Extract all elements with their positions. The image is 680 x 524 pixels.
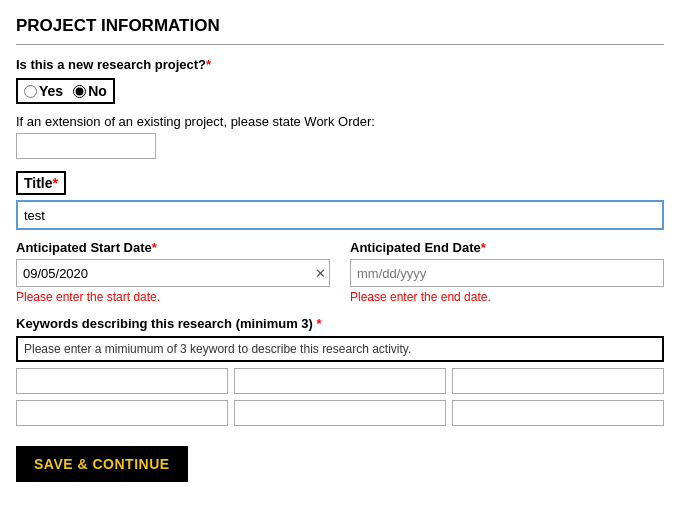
yes-label: Yes: [39, 83, 63, 99]
save-continue-button[interactable]: SAVE & CONTINUE: [16, 446, 188, 482]
start-date-clear-btn[interactable]: ✕: [315, 266, 326, 281]
title-section: Title*: [16, 171, 664, 230]
end-date-label: Anticipated End Date*: [350, 240, 664, 255]
no-radio[interactable]: [73, 85, 86, 98]
keyword-input-6[interactable]: [452, 400, 664, 426]
keywords-label: Keywords describing this research (minim…: [16, 316, 664, 331]
keyword-input-5[interactable]: [234, 400, 446, 426]
end-date-input[interactable]: [350, 259, 664, 287]
title-label-box: Title*: [16, 171, 66, 195]
start-date-label: Anticipated Start Date*: [16, 240, 330, 255]
keywords-grid: [16, 368, 664, 426]
keyword-input-3[interactable]: [452, 368, 664, 394]
no-radio-label[interactable]: No: [73, 83, 107, 99]
yes-radio-label[interactable]: Yes: [24, 83, 63, 99]
start-date-input[interactable]: [16, 259, 330, 287]
required-star-title: *: [53, 175, 58, 191]
keyword-input-2[interactable]: [234, 368, 446, 394]
yes-radio[interactable]: [24, 85, 37, 98]
end-date-wrapper: [350, 259, 664, 287]
keyword-input-1[interactable]: [16, 368, 228, 394]
work-order-label: If an extension of an existing project, …: [16, 114, 664, 129]
end-date-field: Anticipated End Date* Please enter the e…: [350, 240, 664, 304]
no-label: No: [88, 83, 107, 99]
new-project-radio-group: Yes No: [16, 78, 115, 104]
page-title: PROJECT INFORMATION: [16, 16, 664, 36]
keywords-section: Keywords describing this research (minim…: [16, 316, 664, 426]
work-order-section: If an extension of an existing project, …: [16, 114, 664, 159]
title-input[interactable]: [16, 200, 664, 230]
keywords-error-box: Please enter a mimiumum of 3 keyword to …: [16, 336, 664, 362]
title-label: Title: [24, 175, 53, 191]
dates-row: Anticipated Start Date* ✕ Please enter t…: [16, 240, 664, 304]
start-date-field: Anticipated Start Date* ✕ Please enter t…: [16, 240, 330, 304]
keyword-input-4[interactable]: [16, 400, 228, 426]
required-star-1: *: [206, 57, 211, 72]
start-date-error: Please enter the start date.: [16, 290, 330, 304]
end-date-error: Please enter the end date.: [350, 290, 664, 304]
work-order-input[interactable]: [16, 133, 156, 159]
new-project-question: Is this a new research project?*: [16, 57, 664, 72]
title-divider: [16, 44, 664, 45]
start-date-wrapper: ✕: [16, 259, 330, 287]
